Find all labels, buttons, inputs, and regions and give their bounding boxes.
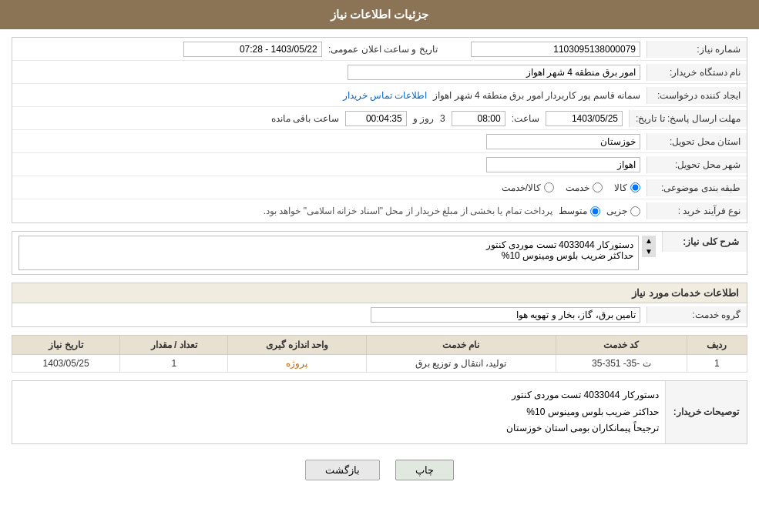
grohKhedmat-input[interactable] bbox=[371, 307, 640, 323]
chap-button[interactable]: چاپ bbox=[395, 460, 454, 480]
sharhNiaz-label: شرح کلی نیاز: bbox=[662, 232, 747, 252]
mohlatErsal-time-label: ساعت: bbox=[512, 113, 539, 124]
cell-tedad: 1 bbox=[120, 355, 228, 373]
cell-kodKhedmat: ت -35- 351-35 bbox=[556, 355, 687, 373]
bazgasht-button[interactable]: بازگشت bbox=[305, 460, 380, 480]
motavaset-option[interactable]: متوسط bbox=[559, 206, 600, 216]
page-title: جزئیات اطلاعات نیاز bbox=[0, 0, 759, 29]
cell-vahed: پروژه bbox=[228, 355, 366, 373]
ijadKonnande-value: سمانه قاسم پور کاربردار امور برق منطقه 4… bbox=[433, 90, 640, 101]
col-tarikh: تاریخ نیاز bbox=[12, 336, 120, 355]
farayand-text: پرداخت تمام یا بخشی از مبلغ خریدار از مح… bbox=[264, 206, 552, 216]
shahrTahvil-label: شهر محل تحویل: bbox=[646, 156, 747, 173]
button-row: چاپ بازگشت bbox=[12, 452, 747, 488]
cell-tarikh: 1403/05/25 bbox=[12, 355, 120, 373]
mohlatErsal-roz-label: روز و bbox=[413, 113, 434, 124]
scroll-down-arrow[interactable]: ▼ bbox=[642, 246, 656, 257]
mohlatErsal-label: مهلت ارسال پاسخ: تا تاریخ: bbox=[629, 110, 747, 127]
ostanTahvil-label: استان محل تحویل: bbox=[646, 133, 747, 150]
namDastgah-value bbox=[12, 62, 646, 83]
cell-radif: 1 bbox=[687, 355, 747, 373]
tarihSaat-input[interactable] bbox=[183, 42, 322, 57]
tosiahat-content: دستورکار 4033044 تست موردی کنتور حداکثر … bbox=[12, 381, 665, 443]
naveFarayand-label: نوع فرآیند خرید : bbox=[646, 202, 747, 219]
khedmat-label: خدمت bbox=[566, 182, 589, 193]
ijadKonnande-label: ایجاد کننده درخواست: bbox=[646, 87, 747, 104]
shomareNiaz-input[interactable] bbox=[471, 42, 640, 57]
namDastgah-input[interactable] bbox=[348, 65, 640, 80]
mohlatErsal-baqi-label: ساعت باقی مانده bbox=[271, 113, 339, 124]
col-kodKhedmat: کد خدمت bbox=[556, 336, 687, 355]
ijadKonnande-link[interactable]: اطلاعات تماس خریدار bbox=[343, 90, 428, 101]
mohlatErsal-baqi-input[interactable] bbox=[345, 111, 407, 126]
col-namKhedmat: نام خدمت bbox=[366, 336, 556, 355]
services-table: ردیف کد خدمت نام خدمت واحد اندازه گیری ت… bbox=[12, 335, 747, 373]
motavaset-label: متوسط bbox=[559, 206, 587, 216]
col-tedad: تعداد / مقدار bbox=[120, 336, 228, 355]
jozi-option[interactable]: جزیی bbox=[606, 206, 640, 216]
jozi-radio[interactable] bbox=[630, 206, 640, 216]
vahed-link[interactable]: پروژه bbox=[286, 358, 307, 369]
kala-label: کالا bbox=[614, 182, 627, 193]
motavaset-radio[interactable] bbox=[590, 206, 600, 216]
scroll-up-arrow[interactable]: ▲ bbox=[642, 236, 656, 246]
mohlatErsal-time-input[interactable] bbox=[452, 111, 505, 126]
cell-namKhedmat: تولید، انتقال و توزیع برق bbox=[366, 355, 556, 373]
sharhNiaz-text: دستورکار 4033044 تست موردی کنتور حداکثر … bbox=[18, 236, 639, 270]
jozi-label: جزیی bbox=[606, 206, 627, 216]
mohlatErsal-date-input[interactable] bbox=[546, 111, 623, 126]
shahrTahvil-input[interactable] bbox=[486, 157, 640, 172]
kala-option[interactable]: کالا bbox=[614, 182, 640, 193]
tosiahat-label: توصیحات خریدار: bbox=[665, 381, 747, 443]
ostanTahvil-input[interactable] bbox=[486, 134, 640, 149]
shomareNiaz-label: شماره نیاز: bbox=[646, 41, 747, 58]
mohlatErsal-roz: 3 bbox=[440, 113, 445, 124]
khedamatTable-title: اطلاعات خدمات مورد نیاز bbox=[12, 283, 747, 303]
tarihSaat-label: تاریخ و ساعت اعلان عمومی: bbox=[328, 44, 438, 55]
tabaqeBandi-label: طبقه بندی موضوعی: bbox=[646, 179, 747, 196]
table-row: 1 ت -35- 351-35 تولید، انتقال و توزیع بر… bbox=[12, 355, 747, 373]
kalaKhedmat-label: کالا/خدمت bbox=[502, 182, 541, 193]
shomareNiaz-value: تاریخ و ساعت اعلان عمومی: bbox=[12, 38, 646, 60]
col-vahed: واحد اندازه گیری bbox=[228, 336, 366, 355]
namDastgah-label: نام دستگاه خریدار: bbox=[646, 64, 747, 81]
kala-radio[interactable] bbox=[630, 182, 640, 192]
khedmat-option[interactable]: خدمت bbox=[566, 182, 603, 193]
kalaKhedmat-radio[interactable] bbox=[544, 182, 554, 192]
grohKhedmat-label: گروه خدمت: bbox=[646, 306, 747, 323]
khedmat-radio[interactable] bbox=[593, 182, 603, 192]
kalaKhedmat-option[interactable]: کالا/خدمت bbox=[502, 182, 554, 193]
col-radif: ردیف bbox=[687, 336, 747, 355]
